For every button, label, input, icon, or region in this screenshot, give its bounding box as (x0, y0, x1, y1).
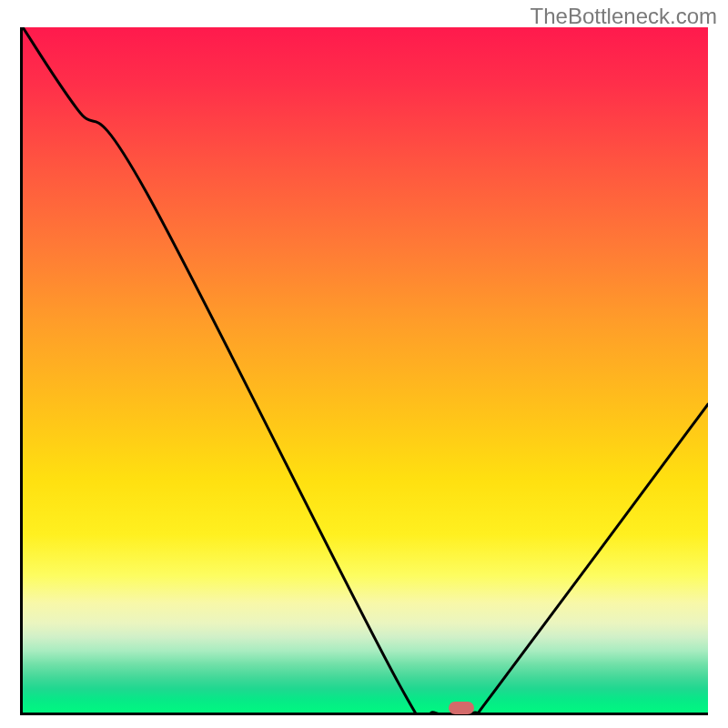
plot-area (20, 27, 708, 715)
watermark-text: TheBottleneck.com (531, 4, 717, 29)
chart-container: TheBottleneck.com (0, 0, 728, 728)
line-curve (23, 27, 708, 713)
optimum-marker (449, 702, 474, 714)
